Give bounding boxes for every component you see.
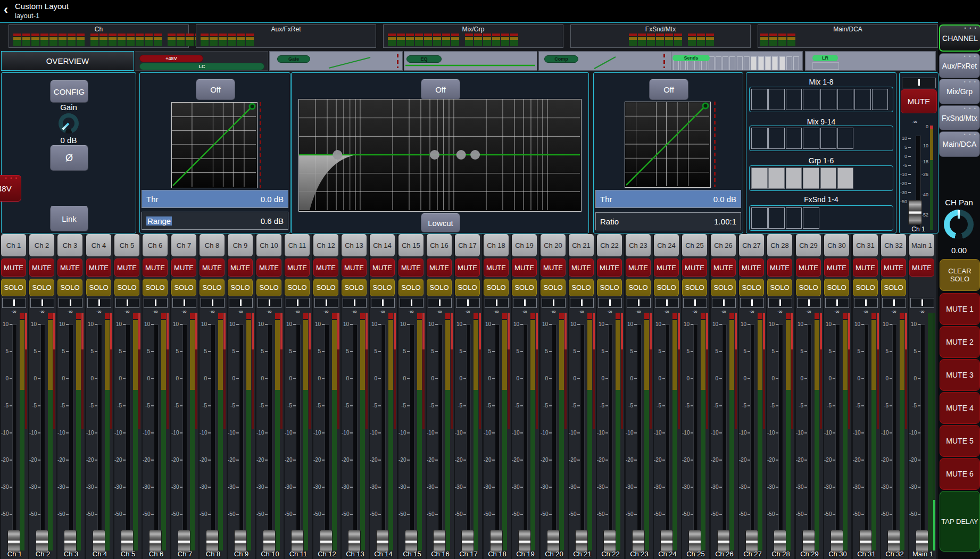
send-cell[interactable]	[820, 128, 837, 149]
send-cell[interactable]	[751, 168, 768, 189]
mute-button[interactable]: MUTE	[711, 258, 736, 277]
mute-group-button-5[interactable]: MUTE 5	[940, 425, 980, 457]
fader-track[interactable]	[410, 324, 414, 554]
mute-button[interactable]: MUTE	[455, 258, 480, 277]
channel-select-button[interactable]: Ch 22	[597, 234, 622, 256]
pan-indicator[interactable]	[286, 298, 310, 308]
fader-track[interactable]	[69, 324, 73, 554]
solo-button[interactable]: SOLO	[512, 279, 537, 296]
mute-button[interactable]: MUTE	[901, 89, 937, 113]
mute-button[interactable]: MUTE	[29, 258, 54, 277]
channel-select-button[interactable]: Ch 31	[853, 234, 878, 256]
pan-indicator[interactable]	[627, 298, 651, 308]
pan-indicator[interactable]	[258, 298, 281, 308]
channel-select-button[interactable]: Ch 4	[86, 234, 111, 256]
channel-select-button[interactable]: Ch 19	[512, 234, 537, 256]
channel-select-button[interactable]: Ch 6	[143, 234, 168, 256]
pan-indicator[interactable]	[513, 298, 537, 308]
channel-select-button[interactable]: Ch 12	[313, 234, 338, 256]
comp-state-button[interactable]: Off	[649, 79, 688, 100]
channel-select-button[interactable]: Ch 1	[1, 234, 26, 256]
fader-track[interactable]	[268, 324, 272, 554]
pan-indicator[interactable]	[428, 298, 452, 308]
mute-group-button-6[interactable]: MUTE 6	[940, 458, 980, 490]
mute-button[interactable]: MUTE	[767, 258, 792, 277]
channel-select-button[interactable]: Ch 7	[171, 234, 196, 256]
send-cell[interactable]	[837, 168, 854, 189]
channel-select-button[interactable]: Ch 14	[370, 234, 395, 256]
channel-select-button[interactable]: Ch 32	[881, 234, 906, 256]
channel-select-button[interactable]: Ch 27	[739, 234, 764, 256]
pan-indicator[interactable]	[910, 298, 934, 308]
fader-track[interactable]	[466, 324, 471, 554]
pan-indicator[interactable]	[902, 78, 936, 88]
channel-select-button[interactable]: Ch 17	[455, 234, 480, 256]
mini-strip-comp[interactable]: Comp	[538, 51, 672, 71]
mute-group-button-2[interactable]: MUTE 2	[940, 326, 980, 358]
solo-button[interactable]: SOLO	[285, 279, 310, 296]
gate-state-button[interactable]: Off	[196, 79, 235, 100]
fader-track[interactable]	[495, 324, 500, 554]
send-cell[interactable]	[820, 168, 837, 189]
solo-button[interactable]: SOLO	[455, 279, 480, 296]
tab-overview[interactable]: OVERVIEW	[1, 51, 134, 71]
send-cell[interactable]	[751, 207, 768, 229]
pan-indicator[interactable]	[59, 298, 82, 308]
fader-track[interactable]	[665, 324, 670, 554]
send-cell[interactable]	[803, 207, 819, 229]
comp-ratio-row[interactable]: Ratio 1.00:1	[595, 212, 741, 230]
pan-indicator[interactable]	[825, 298, 849, 308]
phase-button[interactable]: Ø	[50, 145, 88, 171]
mute-button[interactable]: MUTE	[256, 258, 281, 277]
solo-button[interactable]: SOLO	[398, 279, 423, 296]
fader-track[interactable]	[353, 324, 358, 554]
fader-track[interactable]	[381, 324, 386, 554]
tap-delay-button[interactable]: TAP DELAY	[940, 491, 980, 552]
solo-button[interactable]: SOLO	[824, 279, 849, 296]
mini-strip-main[interactable]: LR	[805, 51, 936, 71]
pan-indicator[interactable]	[683, 298, 707, 308]
send-cell[interactable]	[837, 89, 854, 110]
mute-button[interactable]: MUTE	[853, 258, 878, 277]
mute-group-button-3[interactable]: MUTE 3	[940, 359, 980, 391]
sends-group-box[interactable]	[749, 205, 893, 231]
pan-indicator[interactable]	[740, 298, 764, 308]
mute-button[interactable]: MUTE	[626, 258, 651, 277]
solo-button[interactable]: SOLO	[228, 279, 253, 296]
channel-select-button[interactable]: Ch 21	[569, 234, 594, 256]
pan-indicator[interactable]	[229, 298, 253, 308]
sends-group-box[interactable]	[749, 126, 893, 151]
send-cell[interactable]	[872, 89, 888, 110]
channel-select-button[interactable]: Ch 24	[654, 234, 679, 256]
solo-button[interactable]: SOLO	[739, 279, 764, 296]
mute-button[interactable]: MUTE	[143, 258, 168, 277]
fader-track[interactable]	[40, 324, 45, 554]
send-cell[interactable]	[751, 89, 768, 110]
fader-track[interactable]	[12, 324, 17, 554]
pan-indicator[interactable]	[115, 298, 139, 308]
mute-group-button-1[interactable]: MUTE 1	[940, 293, 980, 325]
solo-button[interactable]: SOLO	[370, 279, 395, 296]
solo-button[interactable]: SOLO	[626, 279, 651, 296]
fader-track[interactable]	[97, 324, 102, 554]
solo-button[interactable]: SOLO	[171, 279, 196, 296]
channel-select-button[interactable]: Ch 11	[285, 234, 310, 256]
channel-select-button[interactable]: Ch 15	[398, 234, 423, 256]
fader-track[interactable]	[778, 324, 783, 554]
mute-button[interactable]: MUTE	[569, 258, 594, 277]
mute-button[interactable]: MUTE	[114, 258, 139, 277]
pan-indicator[interactable]	[854, 298, 878, 308]
gate-range-row[interactable]: Range 0.6 dB	[142, 212, 288, 230]
send-cell[interactable]	[854, 89, 871, 110]
pan-indicator[interactable]	[144, 298, 168, 308]
mute-button[interactable]: MUTE	[342, 258, 367, 277]
send-cell[interactable]	[803, 89, 819, 110]
fader-track[interactable]	[523, 324, 528, 554]
gate-thr-row[interactable]: Thr 0.0 dB	[142, 190, 288, 208]
layer-button-mix-grp[interactable]: • • •Mix/Grp	[939, 79, 980, 104]
pan-indicator[interactable]	[882, 298, 906, 308]
mute-button[interactable]: MUTE	[427, 258, 452, 277]
solo-button[interactable]: SOLO	[796, 279, 821, 296]
send-cell[interactable]	[803, 128, 819, 149]
channel-select-button[interactable]: Ch 30	[824, 234, 849, 256]
